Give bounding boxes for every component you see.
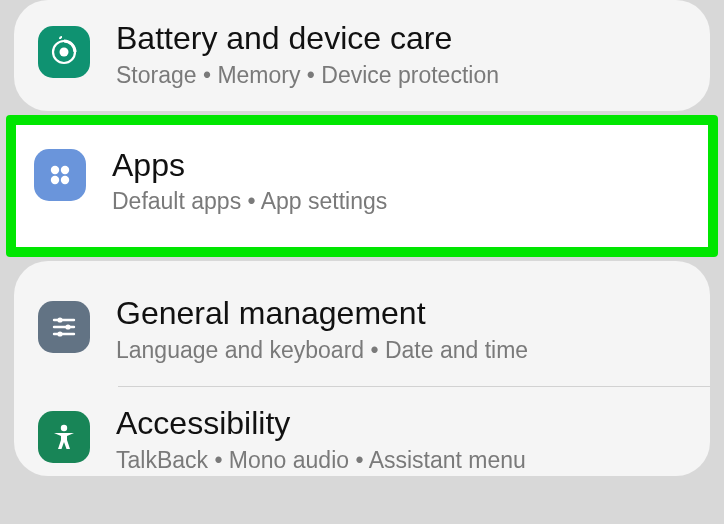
settings-row-accessibility[interactable]: Accessibility TalkBack • Mono audio • As… (14, 387, 710, 476)
general-text: General management Language and keyboard… (116, 295, 686, 366)
accessibility-subtitle: TalkBack • Mono audio • Assistant menu (116, 446, 686, 476)
settings-card-bottom: General management Language and keyboard… (14, 261, 710, 475)
svg-point-2 (51, 165, 59, 173)
battery-text: Battery and device care Storage • Memory… (116, 20, 686, 91)
settings-row-general[interactable]: General management Language and keyboard… (14, 295, 710, 366)
battery-title: Battery and device care (116, 20, 686, 57)
svg-point-12 (61, 425, 67, 431)
highlight-apps: Apps Default apps • App settings (6, 115, 718, 258)
settings-row-apps[interactable]: Apps Default apps • App settings (16, 125, 708, 248)
apps-subtitle: Default apps • App settings (112, 187, 690, 217)
svg-point-5 (61, 175, 69, 183)
settings-row-battery[interactable]: Battery and device care Storage • Memory… (14, 0, 710, 91)
svg-point-3 (61, 165, 69, 173)
accessibility-text: Accessibility TalkBack • Mono audio • As… (116, 405, 686, 476)
svg-point-4 (51, 175, 59, 183)
battery-subtitle: Storage • Memory • Device protection (116, 61, 686, 91)
general-subtitle: Language and keyboard • Date and time (116, 336, 686, 366)
accessibility-title: Accessibility (116, 405, 686, 442)
apps-icon (34, 149, 86, 201)
svg-point-10 (65, 325, 70, 330)
apps-title: Apps (112, 147, 690, 184)
settings-card-top: Battery and device care Storage • Memory… (14, 0, 710, 111)
general-management-icon (38, 301, 90, 353)
apps-text: Apps Default apps • App settings (112, 147, 690, 218)
svg-point-9 (57, 318, 62, 323)
accessibility-icon (38, 411, 90, 463)
svg-point-1 (60, 48, 69, 57)
general-title: General management (116, 295, 686, 332)
battery-care-icon (38, 26, 90, 78)
svg-point-11 (57, 332, 62, 337)
